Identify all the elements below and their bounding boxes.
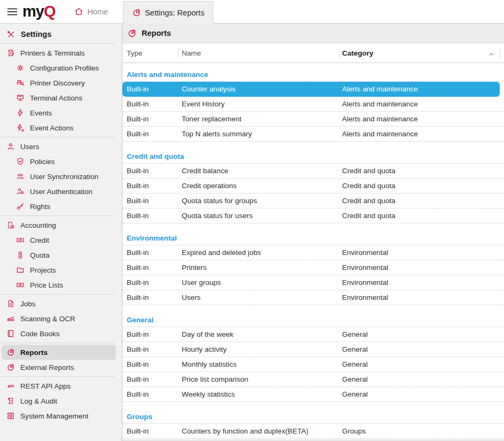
cell-category: Credit and quota	[342, 167, 504, 175]
table-group-general: GeneralBuilt-inDay of the weekGeneralBui…	[122, 313, 504, 402]
traffic-light-icon	[16, 251, 25, 259]
table-row[interactable]: Built-inCredit operationsCredit and quot…	[122, 179, 504, 194]
table-row[interactable]: Built-inExpired and deleted jobsEnvironm…	[122, 245, 504, 260]
sidebar-item-reports[interactable]: Reports	[2, 345, 116, 360]
sidebar-item-jobs[interactable]: Jobs	[0, 296, 122, 311]
sidebar-item-policies[interactable]: Policies	[0, 154, 122, 169]
sidebar-separator	[0, 43, 115, 44]
tab-label: Home	[87, 7, 108, 16]
cell-name: Users	[182, 293, 342, 301]
sidebar-item-printers-terminals[interactable]: Printers & Terminals	[0, 45, 122, 60]
sidebar-item-external-reports[interactable]: External Reports	[0, 360, 122, 375]
column-header-name[interactable]: Name	[182, 49, 342, 57]
cell-type: Built-in	[127, 197, 182, 205]
table-row[interactable]: Built-inWeekly statisticsGeneral	[122, 387, 504, 402]
grid-icon	[6, 412, 15, 420]
table-row[interactable]: Built-inDay of the weekGeneral	[122, 327, 504, 342]
cell-name: Quota status for users	[182, 212, 342, 220]
sidebar-item-rights[interactable]: Rights	[0, 199, 122, 214]
column-header-category[interactable]: Category	[342, 49, 504, 57]
folder-icon	[16, 266, 25, 274]
user-key-icon	[16, 187, 25, 196]
sidebar-item-rest-api-apps[interactable]: REST API Apps	[0, 378, 122, 393]
sidebar-item-label: Price Lists	[30, 281, 63, 289]
tab-settings-reports[interactable]: Settings: Reports	[123, 1, 213, 24]
api-icon	[6, 382, 15, 390]
tab-home[interactable]: Home	[66, 0, 117, 24]
sidebar-item-users[interactable]: Users	[0, 139, 122, 154]
sidebar-item-user-synchronization[interactable]: User Synchronization	[0, 169, 122, 184]
sidebar-item-label: Policies	[30, 158, 55, 166]
myq-logo[interactable]: myQ	[22, 4, 55, 19]
sidebar-item-label: External Reports	[20, 363, 74, 372]
cell-type: Built-in	[127, 167, 182, 175]
menu-button[interactable]	[4, 4, 20, 20]
cell-type: Built-in	[127, 427, 182, 435]
sidebar-item-printer-discovery[interactable]: Printer Discovery	[0, 75, 122, 90]
table-row[interactable]: Built-inTop N alerts summaryAlerts and m…	[122, 127, 504, 142]
cell-type: Built-in	[127, 330, 182, 338]
sidebar-item-quota[interactable]: Quota	[0, 247, 122, 262]
pie-chart-icon	[6, 348, 15, 357]
sidebar-title: Settings	[0, 27, 122, 42]
sidebar-item-event-actions[interactable]: Event Actions	[0, 120, 122, 135]
cell-name: Toner replacement	[182, 115, 342, 123]
sidebar-item-label: Events	[30, 109, 52, 117]
cell-type: Built-in	[127, 85, 182, 93]
printer-icon	[6, 49, 15, 57]
sidebar-item-label: Code Books	[20, 330, 60, 338]
sidebar-item-label: Log & Audit	[20, 397, 57, 405]
cell-category: Environmental	[342, 293, 504, 301]
sidebar-item-label: User Authentication	[30, 188, 92, 196]
printer-search-icon	[16, 79, 25, 87]
sidebar-separator	[0, 215, 115, 216]
table-row[interactable]: Built-inQuota status for groupsCredit an…	[122, 194, 504, 208]
sidebar-item-user-authentication[interactable]: User Authentication	[0, 184, 122, 199]
table-row[interactable]: Built-inQuota status for usersCredit and…	[122, 208, 504, 223]
reports-table: Alerts and maintenanceBuilt-inCounter an…	[122, 63, 504, 439]
cell-type: Built-in	[127, 390, 182, 398]
sidebar-item-accounting[interactable]: Accounting	[0, 218, 122, 233]
cell-name: Credit operations	[182, 182, 342, 190]
sidebar-item-system-management[interactable]: System Management	[0, 408, 122, 423]
table-row[interactable]: Built-inUsersEnvironmental	[122, 290, 504, 305]
banknote-icon	[16, 281, 25, 289]
pie-chart-icon	[127, 28, 137, 38]
cell-category: General	[342, 345, 504, 353]
cell-name: Top N alerts summary	[182, 130, 342, 138]
sidebar-item-events[interactable]: Events	[0, 105, 122, 120]
book-icon	[6, 329, 15, 338]
sidebar-item-label: REST API Apps	[20, 382, 71, 390]
table-row[interactable]: Built-inCounter analysisAlerts and maint…	[122, 82, 500, 97]
sidebar-item-credit[interactable]: Credit	[0, 233, 122, 247]
sidebar-item-label: Configuration Profiles	[30, 64, 99, 72]
document-icon	[6, 299, 15, 308]
table-row[interactable]: Built-inEvent HistoryAlerts and maintena…	[122, 97, 504, 112]
sidebar-item-terminal-actions[interactable]: Terminal Actions	[0, 90, 122, 105]
table-row[interactable]: Built-inUser groupsEnvironmental	[122, 275, 504, 290]
group-header: General	[122, 313, 504, 327]
sidebar-item-label: Projects	[30, 266, 56, 274]
table-row[interactable]: Built-inHourly activityGeneral	[122, 342, 504, 357]
table-row[interactable]: Built-inCounters by function and duplex(…	[122, 424, 504, 439]
cell-category: Credit and quota	[342, 212, 504, 220]
table-row[interactable]: Built-inPrice list comparisonGeneral	[122, 372, 504, 387]
sidebar-item-scanning-ocr[interactable]: Scanning & OCR	[0, 311, 122, 326]
table-row[interactable]: Built-inToner replacementAlerts and main…	[122, 112, 504, 127]
cell-category: General	[342, 390, 504, 398]
cell-category: Environmental	[342, 278, 504, 287]
sidebar-item-projects[interactable]: Projects	[0, 262, 122, 277]
table-group-groups: GroupsBuilt-inCounters by function and d…	[122, 409, 504, 439]
cell-type: Built-in	[127, 249, 182, 257]
sidebar-item-code-books[interactable]: Code Books	[0, 326, 122, 341]
sidebar-item-price-lists[interactable]: Price Lists	[0, 277, 122, 292]
sidebar-item-configuration-profiles[interactable]: Configuration Profiles	[0, 60, 122, 75]
table-row[interactable]: Built-inMonthly statisticsGeneral	[122, 357, 504, 372]
sidebar-item-log-audit[interactable]: Log & Audit	[0, 393, 122, 408]
table-group-credit-and-quota: Credit and quotaBuilt-inCredit balanceCr…	[122, 149, 504, 223]
table-row[interactable]: Built-inCredit balanceCredit and quota	[122, 164, 504, 179]
sort-ascending-icon[interactable]	[487, 50, 495, 58]
column-header-type[interactable]: Type	[127, 49, 182, 57]
table-row[interactable]: Built-inPrintersEnvironmental	[122, 260, 504, 275]
cell-name: Price list comparison	[182, 375, 342, 383]
